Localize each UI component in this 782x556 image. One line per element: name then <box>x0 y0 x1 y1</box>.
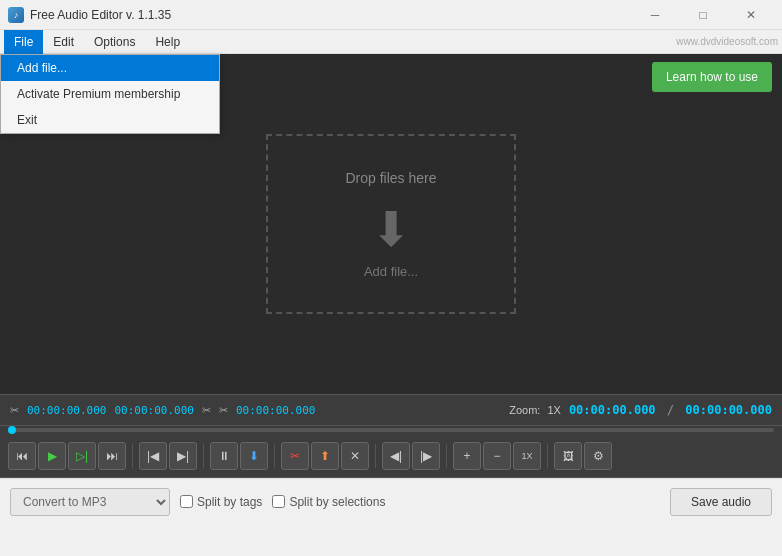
scissors-right-icon: ✂ <box>219 404 228 417</box>
split-selections-text: Split by selections <box>289 495 385 509</box>
menu-exit[interactable]: Exit <box>1 107 219 133</box>
cut-button[interactable]: ✂ <box>281 442 309 470</box>
split-selections-checkbox[interactable] <box>272 495 285 508</box>
watermark-url: www.dvdvideosoft.com <box>676 36 778 47</box>
snapshot-button[interactable]: 🖼 <box>554 442 582 470</box>
upload-button[interactable]: ⬆ <box>311 442 339 470</box>
skip-back-button[interactable]: |◀ <box>139 442 167 470</box>
app-icon: ♪ <box>8 7 24 23</box>
go-end-button[interactable]: ⏭ <box>98 442 126 470</box>
sep6 <box>547 444 548 468</box>
bottom-bar: Convert to MP3 Convert to WAV Convert to… <box>0 478 782 524</box>
next-marker-button[interactable]: |▶ <box>412 442 440 470</box>
convert-format-select[interactable]: Convert to MP3 Convert to WAV Convert to… <box>10 488 170 516</box>
minimize-button[interactable]: ─ <box>632 0 678 30</box>
menu-help[interactable]: Help <box>145 30 190 54</box>
split-selections-label[interactable]: Split by selections <box>272 495 385 509</box>
volume-up-button[interactable]: + <box>453 442 481 470</box>
progress-thumb[interactable] <box>8 426 16 434</box>
window-controls: ─ □ ✕ <box>632 0 774 30</box>
timeline-time1: 00:00:00.000 <box>27 404 106 417</box>
sep4 <box>375 444 376 468</box>
prev-marker-button[interactable]: ◀| <box>382 442 410 470</box>
skip-fwd-button[interactable]: ▶| <box>169 442 197 470</box>
scissors-left-icon: ✂ <box>10 404 19 417</box>
play-selection-button[interactable]: ▷| <box>68 442 96 470</box>
split-tags-checkbox[interactable] <box>180 495 193 508</box>
sep3 <box>274 444 275 468</box>
time-separator: / <box>667 403 674 417</box>
volume-down-button[interactable]: − <box>483 442 511 470</box>
sep1 <box>132 444 133 468</box>
go-start-button[interactable]: ⏮ <box>8 442 36 470</box>
scissors-mid-icon: ✂ <box>202 404 211 417</box>
normalize-button[interactable]: 1X <box>513 442 541 470</box>
menu-edit[interactable]: Edit <box>43 30 84 54</box>
drop-zone[interactable]: Drop files here ⬇ Add file... <box>266 134 516 314</box>
play-button[interactable]: ▶ <box>38 442 66 470</box>
zoom-label: Zoom: 1X <box>509 404 561 416</box>
split-tags-text: Split by tags <box>197 495 262 509</box>
split-tags-label[interactable]: Split by tags <box>180 495 262 509</box>
timeline-time2: 00:00:00.000 <box>114 404 193 417</box>
download-button[interactable]: ⬇ <box>240 442 268 470</box>
menu-file[interactable]: File <box>4 30 43 54</box>
app-title: Free Audio Editor v. 1.1.35 <box>30 8 632 22</box>
progress-track[interactable] <box>8 428 774 432</box>
pause-button[interactable]: ⏸ <box>210 442 238 470</box>
sep2 <box>203 444 204 468</box>
close-button[interactable]: ✕ <box>728 0 774 30</box>
timeline-time3: 00:00:00.000 <box>236 404 315 417</box>
zoom-value: 1X <box>547 404 560 416</box>
progress-bar-container[interactable] <box>0 426 782 434</box>
menu-activate-premium[interactable]: Activate Premium membership <box>1 81 219 107</box>
transport-bar: ⏮ ▶ ▷| ⏭ |◀ ▶| ⏸ ⬇ ✂ ⬆ ✕ ◀| |▶ + − 1X 🖼 … <box>0 434 782 478</box>
menu-options[interactable]: Options <box>84 30 145 54</box>
add-file-link[interactable]: Add file... <box>364 264 418 279</box>
current-time-display: 00:00:00.000 / 00:00:00.000 <box>569 403 772 417</box>
file-dropdown: Add file... Activate Premium membership … <box>0 54 220 134</box>
maximize-button[interactable]: □ <box>680 0 726 30</box>
learn-button[interactable]: Learn how to use <box>652 62 772 92</box>
sep5 <box>446 444 447 468</box>
drop-arrow-icon: ⬇ <box>371 206 411 254</box>
save-audio-button[interactable]: Save audio <box>670 488 772 516</box>
drop-text: Drop files here <box>345 170 436 186</box>
delete-button[interactable]: ✕ <box>341 442 369 470</box>
menu-bar: File Edit Options Help www.dvdvideosoft.… <box>0 30 782 54</box>
menu-add-file[interactable]: Add file... <box>1 55 219 81</box>
title-bar: ♪ Free Audio Editor v. 1.1.35 ─ □ ✕ <box>0 0 782 30</box>
timeline-bar: ✂ 00:00:00.000 00:00:00.000 ✂ ✂ 00:00:00… <box>0 394 782 426</box>
settings-button[interactable]: ⚙ <box>584 442 612 470</box>
